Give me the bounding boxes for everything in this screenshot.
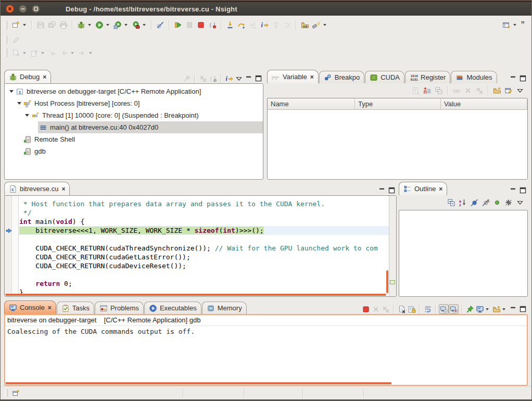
close-tab-icon[interactable]: × — [48, 305, 52, 311]
tab-console[interactable]: Console× — [4, 300, 56, 314]
forward-button[interactable] — [77, 47, 88, 59]
show-stderr-button[interactable] — [449, 304, 459, 314]
remove-all-button[interactable] — [198, 73, 208, 83]
step-into-button[interactable] — [224, 19, 236, 31]
pin-editor-button[interactable] — [10, 34, 22, 46]
next-annotation-button[interactable] — [10, 47, 22, 59]
column-header-value[interactable]: Value — [441, 98, 527, 109]
back-dropdown[interactable] — [71, 52, 74, 54]
view-menu-button[interactable] — [514, 197, 526, 208]
tab-executables[interactable]: Executables — [144, 302, 201, 314]
expander-icon[interactable] — [16, 102, 22, 105]
run-button[interactable] — [94, 19, 105, 31]
back-button[interactable] — [58, 47, 70, 59]
close-tab-icon[interactable]: × — [43, 74, 46, 80]
tab-outline[interactable]: Outline× — [399, 182, 447, 195]
new-view-button[interactable] — [491, 85, 503, 96]
view-menu-button[interactable] — [514, 85, 526, 96]
tab-variable[interactable]: (×)=Variable× — [267, 70, 319, 83]
last-edit-location-button[interactable] — [47, 47, 58, 59]
previous-annotation-dropdown[interactable] — [41, 52, 44, 54]
overview-ruler[interactable] — [389, 196, 396, 296]
run-history-dropdown[interactable] — [124, 24, 128, 26]
run-history-button[interactable] — [112, 19, 123, 31]
tab-bitreverse-cu[interactable]: cbitreverse.cu× — [4, 182, 70, 195]
hide-static-button[interactable]: S — [480, 197, 491, 208]
tab-cuda[interactable]: CUDA — [365, 71, 404, 83]
minimize-view-button[interactable] — [377, 185, 387, 195]
tab-tasks[interactable]: Tasks — [57, 302, 94, 314]
debug-tree-item[interactable]: Thread [1] 10000 [core: 0] (Suspended : … — [5, 109, 263, 121]
debug-tree-item[interactable]: main() at bitreverse.cu:40 0x4027d0 — [5, 121, 263, 133]
open-element-button[interactable] — [299, 19, 311, 31]
tab-memory[interactable]: Memory — [202, 302, 247, 314]
external-tools-button[interactable] — [130, 19, 142, 31]
statusbar-grip[interactable] — [5, 389, 8, 397]
suspend-button[interactable] — [184, 19, 195, 31]
add-global-variables-button[interactable] — [422, 85, 433, 96]
skip-all-breakpoints-button[interactable] — [155, 19, 166, 31]
edit-view-button[interactable] — [503, 85, 514, 96]
editor-horizontal-scrollbar[interactable] — [5, 294, 386, 296]
terminate-button[interactable] — [195, 19, 207, 31]
column-header-type[interactable]: Type — [355, 98, 441, 109]
expander-icon[interactable] — [23, 114, 30, 117]
remove-all-button[interactable] — [474, 85, 485, 96]
editor-vertical-scrollbar[interactable] — [386, 270, 388, 293]
open-perspective-dropdown[interactable] — [513, 24, 516, 26]
maximize-view-button[interactable] — [518, 304, 528, 314]
tab-breakpo[interactable]: Breakpo — [319, 71, 364, 83]
hide-inactive-button[interactable] — [503, 197, 514, 208]
close-tab-icon[interactable]: × — [61, 186, 65, 192]
debug-tree-item[interactable]: Host Process [bitreverse] [cores: 0] — [5, 97, 263, 109]
resume-button[interactable] — [172, 19, 184, 31]
view-menu-button[interactable] — [234, 73, 244, 83]
debug-tree-item[interactable]: Remote Shell — [5, 133, 263, 145]
open-perspective-button[interactable] — [501, 19, 512, 31]
remove-button[interactable] — [462, 85, 474, 96]
step-over-button[interactable] — [236, 19, 247, 31]
collapse-all-button[interactable] — [433, 85, 445, 96]
green-dot-button[interactable] — [491, 197, 503, 208]
show-type-names-button[interactable] — [410, 85, 422, 96]
expander-icon[interactable] — [8, 90, 15, 93]
scroll-lock-button[interactable] — [407, 304, 416, 314]
debug-tree-item[interactable]: cbitreverse on debugger-target [C/C++ Re… — [5, 85, 263, 97]
variables-table-empty[interactable] — [268, 110, 527, 180]
sort-az-button[interactable]: az — [457, 197, 468, 208]
step-return-button[interactable] — [247, 19, 259, 31]
code-area[interactable]: * Host function that prepares data array… — [19, 196, 389, 296]
pin-console-button[interactable] — [465, 304, 475, 314]
column-header-name[interactable]: Name — [268, 98, 355, 109]
search-dropdown[interactable] — [323, 24, 326, 26]
display-console-button[interactable] — [475, 304, 485, 314]
maximize-view-button[interactable] — [518, 185, 528, 195]
minimize-view-button[interactable] — [244, 73, 254, 83]
maximize-view-button[interactable] — [518, 73, 528, 83]
previous-annotation-button[interactable] — [29, 47, 40, 59]
forward-dropdown[interactable] — [89, 52, 92, 54]
search-button[interactable] — [311, 19, 322, 31]
tab-modules[interactable]: Modules — [451, 71, 497, 83]
window-minimize-button[interactable] — [18, 4, 28, 14]
run-dropdown[interactable] — [106, 24, 109, 26]
word-wrap-button[interactable] — [423, 304, 433, 314]
minimize-view-button[interactable] — [508, 304, 518, 314]
save-button[interactable] — [35, 19, 46, 31]
print-button[interactable] — [58, 19, 69, 31]
clear-console-button[interactable] — [397, 304, 407, 314]
toolbar-grip[interactable] — [4, 21, 7, 30]
remove-all-button[interactable] — [381, 304, 390, 314]
window-close-button[interactable] — [5, 4, 15, 14]
perspective-bar-handle[interactable]: ” — [521, 19, 525, 28]
outline-view-body[interactable] — [399, 210, 528, 297]
disconnect-button[interactable] — [207, 19, 218, 31]
display-console-dropdown[interactable] — [486, 308, 489, 310]
save-all-button[interactable] — [46, 19, 58, 31]
show-logical-structure-button[interactable] — [451, 85, 462, 96]
minimize-view-button[interactable] — [508, 73, 518, 83]
tab-problems[interactable]: Problems — [95, 302, 144, 314]
maximize-view-button[interactable] — [387, 185, 397, 195]
console-output[interactable]: Coalescing of the CUDA commands output i… — [5, 326, 527, 337]
editor-view-body[interactable]: * Host function that prepares data array… — [4, 195, 397, 297]
